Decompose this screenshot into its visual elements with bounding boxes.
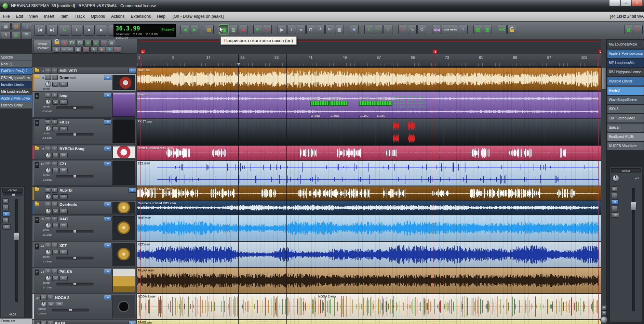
tr-button[interactable]: TR (59, 153, 68, 158)
marker-flag-2[interactable]: 2 (599, 49, 601, 54)
route-button[interactable]: io (104, 146, 111, 151)
volume-slider-handle[interactable] (73, 133, 77, 136)
route-button[interactable]: io (104, 93, 111, 98)
tcp-monitor-2-button[interactable]: ◉ (92, 40, 99, 46)
timeline-ruler[interactable]: 191725334149576573818997105 (137, 54, 601, 67)
route-button[interactable]: io (104, 75, 111, 80)
tr-button[interactable]: TR (59, 100, 68, 105)
menu-item-file[interactable]: File (0, 12, 13, 21)
lane-ez1[interactable]: EZ1.wav (137, 161, 601, 186)
track-panel-midi-vsti[interactable]: 2msMIDI VSTiio (32, 67, 136, 74)
dock-toolbar-mixer-icon[interactable]: ▥ (11, 23, 21, 30)
width-button[interactable]: ⊔ (2, 218, 9, 223)
width-button[interactable]: ⊔ (52, 276, 58, 281)
width-button[interactable]: ⊔ (52, 153, 58, 158)
menu-item-options[interactable]: Options (88, 12, 108, 21)
route-button[interactable]: io (2, 211, 10, 217)
solo-button[interactable]: s (52, 187, 58, 193)
volume-slider-handle[interactable] (73, 257, 77, 260)
go-to-end-button[interactable]: ▶| (46, 25, 58, 36)
lane-byben[interactable]: BYBEN untitled MIDI item (137, 146, 601, 160)
mute-button[interactable]: m (40, 295, 46, 300)
menu-item-insert[interactable]: Insert (41, 12, 57, 21)
solo-button[interactable]: s (47, 321, 53, 324)
volume-knob[interactable] (45, 153, 51, 158)
nav-back-button[interactable]: ◀ (180, 25, 189, 34)
fx-item-invisible-limiter[interactable]: Invisible Limiter (607, 77, 644, 86)
zoom-wheel[interactable] (600, 316, 608, 324)
tcp-close-button[interactable]: ✕ (100, 40, 107, 46)
solo-button[interactable]: s (52, 161, 58, 166)
item-lock-3-button[interactable]: ⇧ (384, 25, 392, 34)
width-button[interactable]: ⊔ (52, 250, 58, 255)
solo-button[interactable]: s (52, 119, 58, 125)
track-panel-albtbl[interactable]: msALbTblio⊔TR (32, 186, 136, 200)
fx-item-apple-2-pole-lowp[interactable]: Apple 2-Pole Lowp (0, 95, 32, 102)
mute-button[interactable]: m (45, 119, 51, 125)
envelope-list-button[interactable]: ≡ (297, 25, 306, 34)
width-button[interactable]: ⊔ (48, 302, 54, 307)
volume-slider[interactable] (56, 230, 94, 233)
volume-slider[interactable] (56, 175, 94, 178)
track-panel-bass[interactable]: 25msBASSio (32, 320, 136, 324)
route-button[interactable]: io (104, 243, 111, 248)
fx-item-me-loudnessma[interactable]: ME LoudnessMa (607, 59, 644, 67)
help-button[interactable]: ? (459, 25, 468, 34)
freeze-button[interactable]: ✱ (350, 25, 359, 34)
track-panel-palka[interactable]: E23msPALKAio⊔TRcenter-6.72dB (32, 268, 136, 293)
solo-button[interactable]: s (611, 193, 617, 198)
width-button[interactable]: ⊔ (52, 126, 58, 131)
tr-button[interactable]: TR (59, 250, 68, 255)
lane-fx-37[interactable]: FX 37.wav (137, 119, 601, 145)
fx-item-latency-delay[interactable]: Latency Delay (0, 102, 32, 108)
volume-slider-handle[interactable] (73, 230, 77, 233)
volume-slider-handle[interactable] (73, 283, 77, 286)
volume-knob[interactable] (45, 126, 51, 132)
menu-item-item[interactable]: Item (57, 12, 71, 21)
mute-button[interactable]: m (45, 146, 51, 151)
lane-palka[interactable]: PALKA.wav (137, 268, 601, 293)
solo-button[interactable]: s (52, 269, 58, 274)
mute-button[interactable]: m (45, 68, 51, 73)
route-button[interactable]: io (129, 68, 136, 73)
menu-item-extensions[interactable]: Extensions (128, 12, 154, 21)
fx-item-isol8[interactable]: ISOL8 (607, 105, 644, 113)
midi-item[interactable] (359, 101, 375, 106)
media-explorer-button[interactable]: ▤ (205, 25, 214, 34)
play-button[interactable]: ▶ (96, 25, 107, 36)
dock-close-button[interactable]: ✕ (634, 25, 643, 34)
marker-lane[interactable]: 132 (137, 39, 601, 54)
track-panel-noga-2[interactable]: 24msNOGA 2io⊔TRcenter0.00dB (32, 294, 136, 319)
tcp-mail-button[interactable]: ✉ (82, 47, 90, 53)
edit-cursor-marker[interactable] (237, 63, 240, 67)
vertical-scrollbar[interactable]: + − (601, 39, 607, 324)
volume-fader-handle[interactable] (14, 232, 19, 241)
tcp-fx-1-button[interactable]: FX (69, 40, 76, 46)
dock-toolbar-colors-icon[interactable]: ▧ (11, 31, 21, 39)
menu-item-actions[interactable]: Actions (108, 12, 128, 21)
solo-button[interactable]: s (52, 75, 58, 80)
volume-knob[interactable] (45, 275, 51, 281)
volume-fader[interactable] (15, 199, 18, 302)
lane-drum-set[interactable]: Drum set (137, 68, 601, 90)
volume-slider-handle[interactable] (73, 106, 77, 109)
volume-slider[interactable] (56, 257, 94, 260)
tcp-solo-all-button[interactable]: S (114, 47, 121, 53)
lane-loop[interactable]: loop.wavloop.wav-2.78dBloop.wav-2.78dBlo… (137, 92, 601, 118)
close-button[interactable]: ✕ (632, 0, 643, 6)
maximize-button[interactable]: □ (620, 0, 631, 6)
width-button[interactable]: ⊔ (52, 223, 58, 228)
track-panel-ez1[interactable]: E12msEZ1io⊔TRcenter-1.98dB (32, 160, 136, 186)
tcp-lock-button[interactable] (53, 40, 60, 46)
route-button[interactable]: io (104, 161, 111, 166)
midi-item[interactable] (376, 101, 392, 106)
tr-button[interactable]: TR (59, 194, 68, 199)
mute-button[interactable]: m (45, 216, 51, 221)
peaks-gray-button[interactable]: ∿ (408, 25, 417, 34)
fx-item-me-loudnessmaxi[interactable]: ME LoudnessMaxi (0, 88, 32, 95)
width-button[interactable]: ⊔ (52, 82, 58, 87)
pause-button[interactable]: ‖ (71, 25, 82, 36)
volume-slider[interactable] (52, 309, 89, 312)
track-panel-loop[interactable]: Emsloopio⊔TRcenter-2.40dB (32, 92, 136, 118)
envelope-icon[interactable]: E (35, 93, 39, 99)
